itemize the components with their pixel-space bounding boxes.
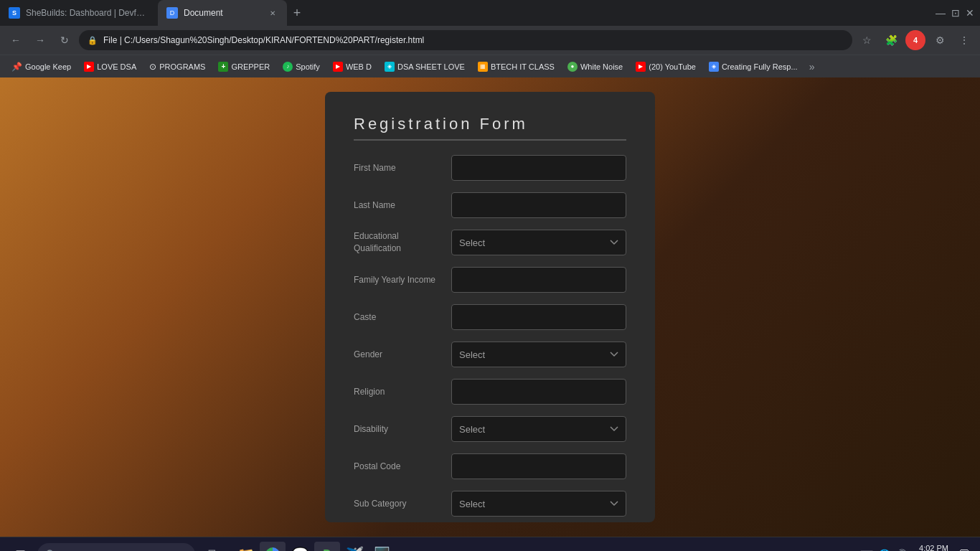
- back-button[interactable]: ←: [6, 30, 26, 50]
- disability-row: Disability Select Yes No: [354, 416, 626, 442]
- new-tab-button[interactable]: +: [287, 3, 307, 23]
- keyboard-icon[interactable]: ⌨: [859, 549, 874, 552]
- caste-input[interactable]: [451, 304, 626, 330]
- forward-button[interactable]: →: [30, 30, 50, 50]
- family-income-row: Family Yearly Income: [354, 267, 626, 293]
- religion-label: Religion: [354, 386, 440, 398]
- sub-category-row: Sub Category Select Category A Category …: [354, 491, 626, 517]
- sub-category-label: Sub Category: [354, 498, 440, 510]
- devtools-button[interactable]: ⚙: [930, 30, 950, 50]
- close-button[interactable]: ✕: [966, 7, 974, 19]
- tab-document[interactable]: D Document ✕: [158, 0, 287, 26]
- web-d-icon: ▶: [333, 62, 343, 72]
- spotify-icon: ♪: [283, 62, 293, 72]
- bookmark-white-noise[interactable]: ● White Noise: [562, 59, 628, 75]
- bookmark-label: BTECH IT CLASS: [491, 62, 555, 71]
- network-icon[interactable]: 🌐: [878, 549, 890, 552]
- bookmark-label: White Noise: [580, 62, 623, 71]
- bookmark-youtube[interactable]: ▶ (20) YouTube: [630, 59, 702, 75]
- profile-button[interactable]: 4: [905, 30, 925, 50]
- bookmark-label: Google Keep: [25, 62, 71, 71]
- edu-qual-select[interactable]: Select High School Graduate Post Graduat…: [451, 230, 626, 255]
- extensions-button[interactable]: 🧩: [881, 30, 901, 50]
- task-view-button[interactable]: ⧉: [201, 543, 224, 552]
- bookmark-label: DSA SHEET LOVE: [397, 62, 465, 71]
- postal-code-row: Postal Code: [354, 453, 626, 479]
- bookmark-star-button[interactable]: ☆: [857, 30, 877, 50]
- last-name-input[interactable]: [451, 192, 626, 218]
- help-icon[interactable]: ?: [850, 549, 856, 552]
- tab-bar: S SheBuilds: Dashboard | Devfolio D Docu…: [0, 0, 980, 26]
- gender-row: Gender Select Male Female Other: [354, 342, 626, 367]
- family-income-input[interactable]: [451, 267, 626, 293]
- notification-icon[interactable]: 🗨: [954, 545, 974, 552]
- first-name-row: First Name: [354, 155, 626, 181]
- bookmark-label: LOVE DSA: [97, 62, 136, 71]
- window-controls-area: — ⊡ ✕: [307, 0, 980, 26]
- bookmark-label: (20) YouTube: [649, 62, 696, 71]
- bookmark-spotify[interactable]: ♪ Spotify: [277, 59, 326, 75]
- devtools-taskbar-icon[interactable]: D: [314, 542, 340, 552]
- bookmark-love-dsa[interactable]: ▶ LOVE DSA: [78, 59, 142, 75]
- taskbar: ⊞ 🔍 Type here to search ⧉ 📁 💬 D ✈️ 🖥️ ∧ …: [0, 537, 980, 551]
- btech-icon: ▦: [478, 62, 488, 72]
- postal-code-input[interactable]: [451, 453, 626, 479]
- first-name-label: First Name: [354, 162, 440, 174]
- address-text: File | C:/Users/Shagun%20Singh/Desktop/K…: [103, 35, 844, 45]
- reload-button[interactable]: ↻: [55, 30, 75, 50]
- youtube2-icon: ▶: [636, 62, 646, 72]
- chrome-icon[interactable]: [260, 542, 286, 552]
- bookmark-label: Spotify: [296, 62, 320, 71]
- browser-taskbar-icon[interactable]: 🖥️: [369, 542, 395, 552]
- volume-icon[interactable]: 🔊: [895, 549, 907, 552]
- minimize-button[interactable]: —: [936, 7, 946, 19]
- bookmark-web-d[interactable]: ▶ WEB D: [327, 59, 377, 75]
- tab-favicon-1: S: [9, 7, 20, 19]
- taskbar-search-bar[interactable]: 🔍 Type here to search: [37, 543, 195, 552]
- clock[interactable]: 4:02 PM 08-Jan-23: [913, 543, 948, 551]
- nav-bar: ← → ↻ 🔒 File | C:/Users/Shagun%20Singh/D…: [0, 26, 980, 55]
- menu-button[interactable]: ⋮: [954, 30, 974, 50]
- lock-icon: 🔒: [88, 36, 98, 45]
- whatsapp-icon[interactable]: 💬: [287, 542, 313, 552]
- page-content: Registration Form First Name Last Name E…: [0, 77, 980, 537]
- grepper-icon: +: [218, 62, 228, 72]
- bookmark-google-keep[interactable]: 📌 Google Keep: [6, 59, 77, 75]
- taskbar-right-area: ∧ ? ⌨ 🌐 🔊 4:02 PM 08-Jan-23 🗨: [839, 543, 974, 551]
- clock-time: 4:02 PM: [913, 543, 948, 551]
- sub-category-select[interactable]: Select Category A Category B Category C: [451, 491, 626, 517]
- form-body: First Name Last Name Educational Qualifi…: [354, 155, 626, 522]
- last-name-label: Last Name: [354, 199, 440, 212]
- bookmarks-more-button[interactable]: »: [805, 58, 819, 75]
- github-icon: ⊙: [149, 62, 156, 72]
- address-bar[interactable]: 🔒 File | C:/Users/Shagun%20Singh/Desktop…: [79, 30, 852, 50]
- bookmark-creating[interactable]: ◈ Creating Fully Resp...: [703, 59, 804, 75]
- tab-close-button[interactable]: ✕: [267, 7, 278, 19]
- gender-select[interactable]: Select Male Female Other: [451, 342, 626, 367]
- bookmark-label: Creating Fully Resp...: [722, 62, 798, 71]
- youtube-icon: ▶: [84, 62, 94, 72]
- tab-favicon-2: D: [166, 7, 178, 19]
- tab-shebuilds[interactable]: S SheBuilds: Dashboard | Devfolio: [0, 0, 158, 26]
- telegram-icon[interactable]: ✈️: [341, 542, 367, 552]
- bookmark-btech[interactable]: ▦ BTECH IT CLASS: [472, 59, 560, 75]
- bookmark-grepper[interactable]: + GREPPER: [212, 59, 275, 75]
- disability-select[interactable]: Select Yes No: [451, 416, 626, 442]
- file-explorer-icon[interactable]: 📁: [232, 542, 258, 552]
- religion-row: Religion: [354, 379, 626, 405]
- caste-label: Caste: [354, 311, 440, 324]
- google-keep-icon: 📌: [11, 62, 22, 72]
- registration-form-container: Registration Form First Name Last Name E…: [325, 92, 655, 522]
- taskbar-pinned-apps: 📁 💬 D ✈️ 🖥️: [232, 542, 395, 552]
- religion-input[interactable]: [451, 379, 626, 405]
- system-tray: ∧ ? ⌨ 🌐 🔊: [839, 549, 908, 552]
- bookmark-label: WEB D: [346, 62, 372, 71]
- bookmark-programs[interactable]: ⊙ PROGRAMS: [143, 59, 211, 75]
- start-button[interactable]: ⊞: [6, 540, 34, 552]
- edu-qual-row: Educational Qualification Select High Sc…: [354, 230, 626, 255]
- first-name-input[interactable]: [451, 155, 626, 181]
- bookmark-dsa-sheet[interactable]: ◈ DSA SHEET LOVE: [379, 59, 471, 75]
- maximize-button[interactable]: ⊡: [951, 7, 960, 19]
- dsa-icon: ◈: [385, 62, 395, 72]
- browser-chrome: S SheBuilds: Dashboard | Devfolio D Docu…: [0, 0, 980, 77]
